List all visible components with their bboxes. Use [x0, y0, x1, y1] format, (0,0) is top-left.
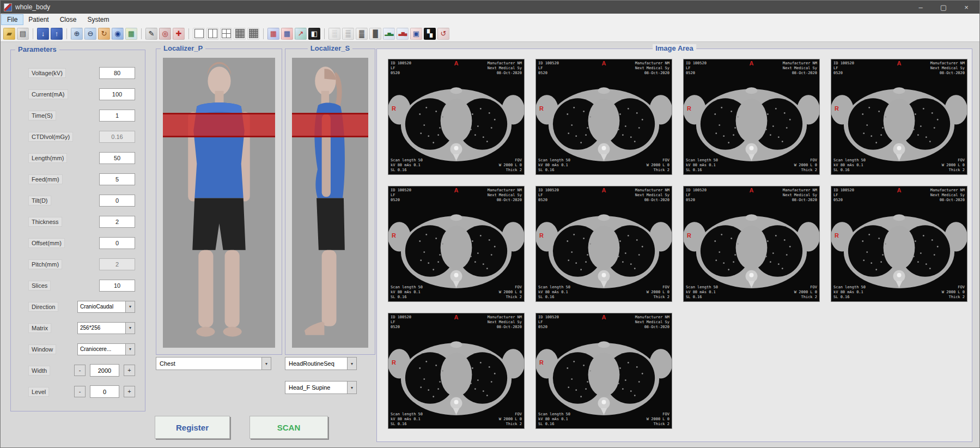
sphere-3d-icon[interactable]: ◉ — [112, 28, 124, 40]
ct-slice-svg — [536, 59, 672, 174]
param-row-offset: Offset(mm) — [11, 232, 145, 253]
pan-move-icon[interactable]: ✚ — [173, 28, 185, 40]
param-label-matrix: Matrix — [28, 323, 51, 333]
param-label-offset: Offset(mm) — [28, 238, 65, 248]
zoom-in-icon[interactable]: ⊕ — [71, 28, 83, 40]
ctdivol-input[interactable] — [99, 131, 135, 143]
layout-1x1-icon[interactable] — [193, 28, 205, 40]
invert-icon[interactable]: ◧ — [308, 28, 320, 40]
param-label-tilt: Tilt(D) — [28, 196, 51, 205]
param-row-pitch: Pitch(mm) — [11, 253, 145, 275]
width-increment-button[interactable]: + — [124, 365, 135, 376]
register-button[interactable]: Register — [155, 416, 230, 439]
pitch-input[interactable] — [99, 258, 135, 270]
param-label-slices: Slices — [28, 281, 51, 290]
level-decrement-button[interactable]: - — [74, 386, 86, 397]
localizer-s-panel: Localizer_S — [285, 49, 375, 355]
offset-input[interactable] — [99, 237, 135, 249]
import-patient-icon[interactable]: ↓ — [37, 28, 49, 40]
length-input[interactable] — [99, 152, 135, 164]
level-increment-button[interactable]: + — [124, 386, 135, 397]
chevron-down-icon: ▾ — [347, 382, 356, 393]
menu-system[interactable]: System — [82, 15, 114, 25]
width-decrement-button[interactable]: - — [74, 365, 86, 376]
tile-overlay-top-left: ID 100520LF0520 — [391, 61, 411, 76]
window-title: whole_body — [15, 3, 50, 11]
orientation-r-marker: R — [835, 232, 839, 239]
window-preset-4-icon[interactable]: █ — [369, 28, 381, 40]
layout-1x2-icon[interactable] — [206, 28, 218, 40]
ct-tile[interactable]: ID 100520LF0520Manufacturer NMNext Medic… — [388, 186, 525, 302]
image-arrow-icon[interactable]: ↗ — [295, 28, 307, 40]
param-row-ctdivol: CTDIvol(mGy) — [11, 126, 145, 147]
minimize-button[interactable]: – — [911, 3, 930, 11]
ct-tile[interactable]: ID 100520LF0520Manufacturer NMNext Medic… — [535, 313, 672, 429]
export-patient-icon[interactable]: ↑ — [51, 28, 63, 40]
reset-icon[interactable]: ↺ — [437, 28, 449, 40]
localizer-p-view[interactable] — [163, 58, 275, 348]
overlay-grid-blue-icon[interactable]: ▦ — [281, 28, 293, 40]
layout-4x4-icon[interactable] — [247, 28, 259, 40]
window-preset-3-icon[interactable]: ▓ — [356, 28, 368, 40]
zoom-out-icon[interactable]: ⊖ — [84, 28, 96, 40]
width-value[interactable]: 2000 — [90, 364, 119, 377]
checker-icon[interactable]: ▚ — [424, 28, 436, 40]
level-value[interactable]: 0 — [90, 385, 119, 398]
ct-tile[interactable]: ID 100520LF0520Manufacturer NMNext Medic… — [831, 59, 967, 175]
direction-select[interactable]: CranioCaudal▾ — [77, 301, 135, 313]
menu-patient[interactable]: Patient — [23, 15, 54, 25]
window-select[interactable]: Craniocere...▾ — [77, 343, 135, 355]
image-export-icon[interactable]: ▣ — [410, 28, 422, 40]
ct-tile[interactable]: ID 100520LF0520Manufacturer NMNext Medic… — [388, 59, 525, 175]
open-folder-icon[interactable]: ▰ — [3, 28, 15, 40]
ct-tile[interactable]: ID 100520LF0520Manufacturer NMNext Medic… — [535, 186, 672, 302]
scan-range-band[interactable] — [163, 113, 275, 137]
rotate-icon[interactable]: ↻ — [98, 28, 110, 40]
tile-overlay-bottom-left: Scan length 50kV 80 mAs 0.1SL 0.16 — [833, 158, 866, 173]
time-input[interactable] — [99, 110, 135, 122]
ct-tile[interactable]: ID 100520LF0520Manufacturer NMNext Medic… — [683, 186, 820, 302]
direction-select-value: CranioCaudal — [80, 304, 113, 310]
histogram-color-icon[interactable]: ▃▆▄ — [397, 28, 409, 40]
tile-overlay-top-left: ID 100520LF0520 — [538, 61, 559, 76]
menu-close[interactable]: Close — [54, 15, 82, 25]
tile-overlay-top-right: Manufacturer NMNext Medical Sy08-Oct-202… — [635, 315, 669, 330]
layout-2x2-icon[interactable] — [220, 28, 232, 40]
overlay-grid-red-icon[interactable]: ▦ — [267, 28, 279, 40]
print-icon[interactable]: ▤ — [17, 28, 29, 40]
feed-input[interactable] — [99, 173, 135, 185]
bodypart-select[interactable]: Chest ▾ — [156, 357, 271, 370]
sequence-select-value: HeadRoutineSeq — [289, 360, 334, 367]
tilt-input[interactable] — [99, 195, 135, 207]
orientation-a-marker: A — [602, 60, 606, 66]
maximize-button[interactable]: ▢ — [934, 3, 953, 11]
orientation-a-marker: A — [750, 60, 754, 66]
localizer-s-view[interactable] — [292, 58, 368, 348]
window-preset-1-icon[interactable]: ░ — [328, 28, 340, 40]
find-icon[interactable]: ◎ — [159, 28, 171, 40]
orientation-a-marker: A — [602, 314, 606, 320]
current-input[interactable] — [99, 88, 135, 100]
window-preset-2-icon[interactable]: ▒ — [342, 28, 354, 40]
thickness-input[interactable] — [99, 216, 135, 228]
tile-overlay-bottom-left: Scan length 50kV 80 mAs 0.1SL 0.16 — [538, 412, 570, 427]
slices-input[interactable] — [99, 280, 135, 292]
menu-file[interactable]: File — [2, 15, 23, 25]
tile-overlay-top-right: Manufacturer NMNext Medical Sy08-Oct-202… — [930, 188, 965, 203]
palette-icon[interactable]: ▦ — [125, 28, 137, 40]
voltage-input[interactable] — [99, 67, 135, 79]
matrix-select[interactable]: 256*256▾ — [77, 322, 135, 334]
position-select[interactable]: Head_F Supine ▾ — [285, 381, 357, 394]
ct-tile[interactable]: ID 100520LF0520Manufacturer NMNext Medic… — [683, 59, 820, 175]
scan-button[interactable]: SCAN — [249, 416, 328, 439]
ct-tile[interactable]: ID 100520LF0520Manufacturer NMNext Medic… — [535, 59, 672, 175]
scan-range-band-side[interactable] — [292, 113, 368, 137]
histogram-icon[interactable]: ▂▅▃ — [383, 28, 395, 40]
close-button[interactable]: × — [957, 3, 976, 11]
ct-slice-svg — [388, 313, 524, 428]
ct-tile[interactable]: ID 100520LF0520Manufacturer NMNext Medic… — [831, 186, 967, 302]
annotate-pen-icon[interactable]: ✎ — [145, 28, 157, 40]
ct-tile[interactable]: ID 100520LF0520Manufacturer NMNext Medic… — [388, 313, 525, 429]
layout-3x3-icon[interactable] — [234, 28, 246, 40]
sequence-select[interactable]: HeadRoutineSeq ▾ — [285, 357, 357, 370]
